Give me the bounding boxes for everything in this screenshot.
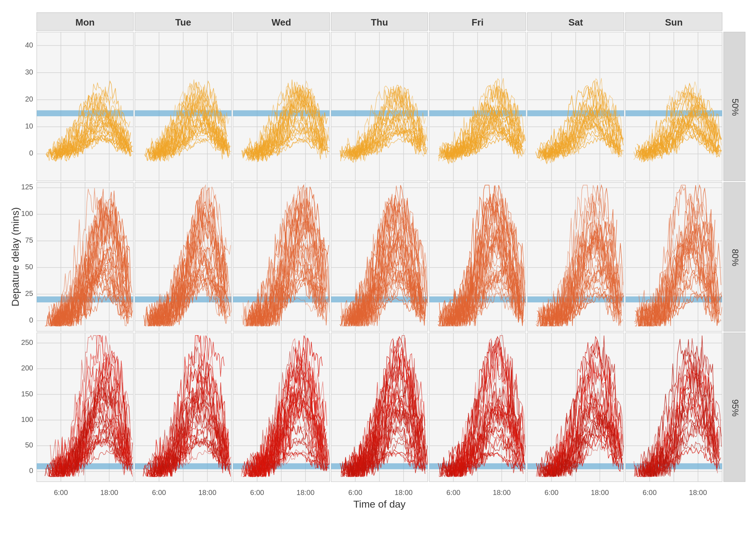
svg-text:40: 40	[25, 41, 33, 49]
svg-text:0: 0	[29, 467, 33, 474]
svg-text:150: 150	[21, 390, 33, 398]
svg-text:18:00: 18:00	[395, 489, 413, 496]
svg-text:Mon: Mon	[76, 17, 95, 28]
svg-text:100: 100	[21, 210, 33, 217]
svg-text:18:00: 18:00	[591, 489, 609, 496]
svg-text:18:00: 18:00	[297, 489, 315, 496]
svg-text:18:00: 18:00	[689, 489, 707, 496]
svg-text:6:00: 6:00	[545, 489, 559, 496]
svg-text:6:00: 6:00	[152, 489, 166, 496]
svg-text:Wed: Wed	[271, 17, 291, 28]
svg-text:Sun: Sun	[665, 17, 683, 28]
svg-text:80%: 80%	[730, 249, 740, 266]
chart-container: MonTueWedThuFriSatSun50%01020304080%0255…	[7, 7, 749, 533]
svg-text:0: 0	[29, 316, 33, 324]
svg-text:Depature delay (mins): Depature delay (mins)	[10, 207, 21, 306]
svg-text:Time of day: Time of day	[353, 499, 405, 510]
svg-text:75: 75	[25, 236, 33, 244]
svg-text:20: 20	[25, 95, 33, 103]
svg-text:125: 125	[21, 183, 33, 191]
svg-text:Tue: Tue	[175, 17, 191, 28]
svg-text:6:00: 6:00	[348, 489, 362, 496]
svg-text:6:00: 6:00	[446, 489, 460, 496]
svg-text:95%: 95%	[730, 399, 740, 417]
svg-text:50: 50	[25, 263, 33, 271]
svg-text:250: 250	[21, 338, 33, 346]
svg-text:18:00: 18:00	[198, 489, 216, 496]
svg-text:18:00: 18:00	[100, 489, 118, 496]
svg-text:0: 0	[29, 149, 33, 157]
svg-text:6:00: 6:00	[643, 489, 657, 496]
svg-text:10: 10	[25, 122, 33, 130]
svg-text:30: 30	[25, 68, 33, 76]
svg-text:25: 25	[25, 289, 33, 297]
svg-text:6:00: 6:00	[54, 489, 68, 496]
svg-text:Thu: Thu	[371, 17, 388, 28]
svg-text:50%: 50%	[730, 99, 740, 116]
chart-svg: MonTueWedThuFriSatSun50%01020304080%0255…	[7, 7, 749, 533]
svg-text:Fri: Fri	[472, 17, 483, 28]
svg-text:6:00: 6:00	[250, 489, 264, 496]
svg-text:50: 50	[25, 441, 33, 449]
svg-text:200: 200	[21, 364, 33, 372]
svg-text:Sat: Sat	[568, 17, 583, 28]
svg-text:100: 100	[21, 415, 33, 423]
svg-text:18:00: 18:00	[493, 489, 511, 496]
